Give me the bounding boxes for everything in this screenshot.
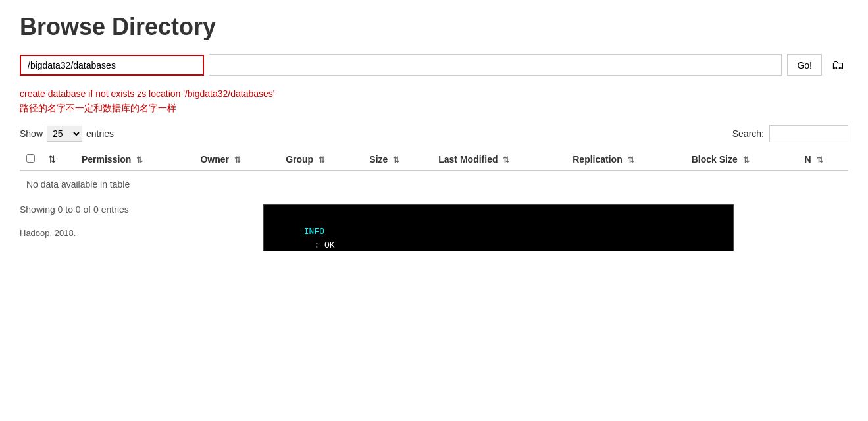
col-last-modified-label: Last Modified xyxy=(438,154,498,165)
col-permission-label: Permission xyxy=(82,154,131,165)
col-size[interactable]: Size ⇅ xyxy=(363,149,432,171)
col-group[interactable]: Group ⇅ xyxy=(279,149,363,171)
folder-icon: 🗂 xyxy=(831,57,844,72)
search-input[interactable] xyxy=(769,125,848,142)
select-all-col xyxy=(20,149,41,171)
group-sort-icon: ⇅ xyxy=(319,155,325,165)
block-size-sort-icon: ⇅ xyxy=(743,155,750,165)
col-group-label: Group xyxy=(286,154,313,165)
go-button[interactable]: Go! xyxy=(787,54,822,76)
col-last-modified[interactable]: Last Modified ⇅ xyxy=(432,149,566,171)
path-input[interactable] xyxy=(20,55,204,76)
table-header-row: ⇅ Permission ⇅ Owner ⇅ Group ⇅ Size ⇅ xyxy=(20,149,848,171)
entries-select[interactable]: 10 25 50 100 xyxy=(47,126,82,142)
hint-line1: create database if not exists zs locatio… xyxy=(20,86,848,101)
col-permission[interactable]: Permission ⇅ xyxy=(75,149,194,171)
col-owner[interactable]: Owner ⇅ xyxy=(193,149,279,171)
sort-icon: ⇅ xyxy=(48,154,56,165)
no-data-row: No data available in table xyxy=(20,171,848,198)
terminal-info-text-1: : OK xyxy=(304,240,335,250)
no-data-cell: No data available in table xyxy=(20,171,848,198)
col-name[interactable]: N ⇅ xyxy=(798,149,848,171)
search-label: Search: xyxy=(732,128,764,139)
hint-block: create database if not exists zs locatio… xyxy=(20,86,848,116)
terminal-line-1: INFO : OK xyxy=(273,211,724,251)
col-block-size[interactable]: Block Size ⇅ xyxy=(685,149,798,171)
select-all-checkbox[interactable] xyxy=(26,154,35,163)
col-sort-indicator[interactable]: ⇅ xyxy=(41,149,75,171)
last-modified-sort-icon: ⇅ xyxy=(503,155,509,165)
path-bar: Go! 🗂 xyxy=(20,54,848,76)
hint-line2: 路径的名字不一定和数据库的名字一样 xyxy=(20,101,848,115)
entries-label: entries xyxy=(86,128,114,139)
page-title: Browse Directory xyxy=(20,13,848,41)
col-replication[interactable]: Replication ⇅ xyxy=(566,149,684,171)
col-block-size-label: Block Size xyxy=(692,154,738,165)
show-entries: Show 10 25 50 100 entries xyxy=(20,126,114,142)
controls-row: Show 10 25 50 100 entries Search: xyxy=(20,125,848,142)
name-sort-icon: ⇅ xyxy=(817,155,823,165)
terminal-info-label-1: INFO xyxy=(304,227,324,237)
owner-sort-icon: ⇅ xyxy=(234,155,241,165)
size-sort-icon: ⇅ xyxy=(393,155,399,165)
path-extra-input[interactable] xyxy=(209,54,782,76)
replication-sort-icon: ⇅ xyxy=(628,155,634,165)
permission-sort-icon: ⇅ xyxy=(136,155,143,165)
directory-table: ⇅ Permission ⇅ Owner ⇅ Group ⇅ Size ⇅ xyxy=(20,149,848,198)
terminal-panel: INFO : OK INFO : Concurrency mode is dis… xyxy=(263,204,734,251)
col-owner-label: Owner xyxy=(200,154,229,165)
col-name-label: N xyxy=(805,154,811,165)
col-size-label: Size xyxy=(369,154,388,165)
search-row: Search: xyxy=(732,125,848,142)
col-replication-label: Replication xyxy=(573,154,622,165)
folder-icon-button[interactable]: 🗂 xyxy=(827,56,848,74)
show-label: Show xyxy=(20,128,43,139)
